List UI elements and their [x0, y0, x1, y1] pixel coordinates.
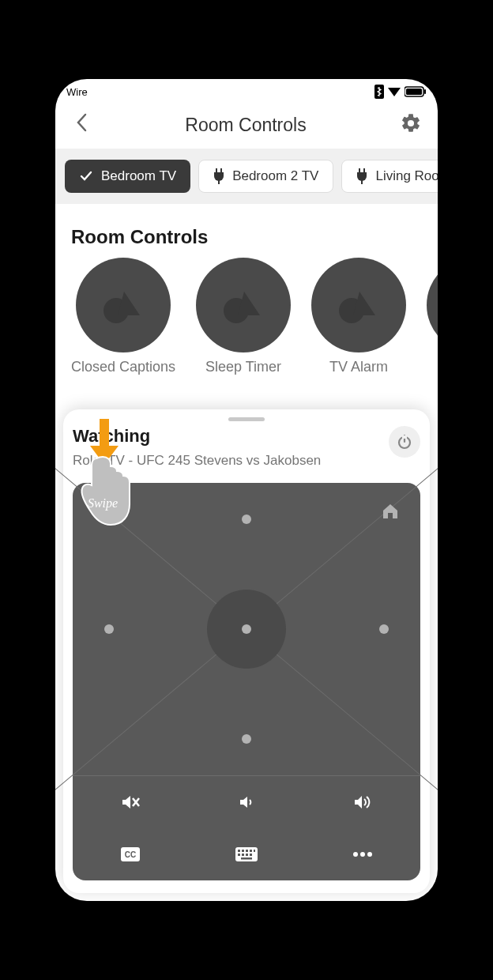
dpad-left[interactable] — [104, 624, 114, 634]
svg-rect-30 — [250, 854, 252, 856]
watching-header: Watching Roku TV - UFC 245 Stevens vs Ja… — [73, 426, 420, 469]
home-icon — [381, 502, 400, 521]
svg-rect-5 — [220, 168, 222, 172]
room-tab-label: Living Room — [375, 168, 438, 184]
control-label: TV Alarm — [329, 359, 388, 375]
svg-rect-3 — [424, 89, 426, 94]
dpad-up[interactable] — [242, 514, 251, 524]
svg-point-32 — [353, 852, 358, 857]
control-label: Closed Captions — [71, 359, 175, 375]
control-closed-captions[interactable]: Closed Captions — [71, 258, 175, 375]
plug-icon — [213, 168, 224, 184]
volume-down-icon — [238, 793, 255, 811]
page-title: Room Controls — [185, 115, 306, 136]
settings-button[interactable] — [400, 112, 422, 138]
room-tabs: Bedroom TV Bedroom 2 TV Living Room — [55, 149, 438, 204]
watching-subtitle: Roku TV - UFC 245 Stevens vs Jakobsen — [73, 453, 321, 469]
svg-rect-4 — [216, 168, 217, 172]
cc-icon: CC — [120, 846, 141, 862]
dpad-select[interactable] — [207, 590, 286, 669]
section-title: Room Controls — [55, 204, 438, 258]
control-circle — [427, 258, 438, 352]
wifi-icon — [387, 86, 401, 97]
svg-point-34 — [367, 852, 372, 857]
more-button[interactable] — [304, 828, 420, 880]
svg-rect-6 — [218, 180, 220, 184]
svg-point-33 — [360, 852, 365, 857]
return-icon — [93, 503, 115, 519]
control-tv-alarm[interactable]: TV Alarm — [311, 258, 406, 375]
keyboard-button[interactable] — [189, 828, 305, 880]
control-more[interactable] — [427, 258, 438, 375]
control-circle — [76, 258, 171, 352]
svg-rect-24 — [246, 850, 248, 852]
control-sleep-timer[interactable]: Sleep Timer — [196, 258, 291, 375]
plug-icon — [356, 168, 367, 184]
svg-text:CC: CC — [125, 850, 136, 859]
room-tab-bedroom-tv[interactable]: Bedroom TV — [65, 160, 190, 193]
bluetooth-icon — [374, 85, 384, 99]
phone-frame: Wire Room Controls Bedroom TV Bedroom 2 … — [55, 79, 438, 901]
cc-button[interactable]: CC — [73, 828, 189, 880]
status-bar: Wire — [55, 79, 438, 101]
dpad-area[interactable] — [73, 483, 420, 775]
remote-row-extras: CC — [73, 828, 420, 880]
nav-bar: Room Controls — [55, 101, 438, 149]
volume-down-button[interactable] — [189, 776, 305, 828]
sheet-handle[interactable] — [228, 417, 265, 421]
gear-icon — [400, 112, 422, 134]
svg-rect-16 — [402, 435, 407, 439]
carrier-label: Wire — [66, 86, 88, 98]
room-tab-bedroom-2-tv[interactable]: Bedroom 2 TV — [198, 160, 333, 193]
center-dot — [242, 624, 251, 634]
svg-rect-2 — [406, 89, 422, 95]
room-tab-label: Bedroom TV — [101, 168, 176, 184]
remote-back-button[interactable] — [93, 503, 115, 522]
volume-up-button[interactable] — [304, 776, 420, 828]
power-icon — [396, 433, 413, 450]
back-button[interactable] — [71, 108, 92, 142]
abstract-icon — [220, 282, 266, 328]
check-icon — [79, 169, 93, 183]
watching-title: Watching — [73, 426, 321, 447]
svg-rect-22 — [238, 850, 240, 852]
keyboard-icon — [235, 846, 258, 862]
svg-rect-31 — [241, 858, 252, 860]
svg-rect-8 — [363, 168, 365, 172]
more-icon — [352, 851, 373, 858]
svg-rect-29 — [246, 854, 248, 856]
remote-button-rows: CC — [73, 775, 420, 880]
dpad-right[interactable] — [379, 624, 389, 634]
svg-rect-25 — [250, 850, 252, 852]
svg-rect-28 — [242, 854, 244, 856]
svg-rect-26 — [254, 850, 255, 852]
control-circle — [196, 258, 291, 352]
mute-icon — [120, 792, 141, 812]
abstract-icon — [100, 282, 146, 328]
remote-row-volume — [73, 776, 420, 828]
controls-row: Closed Captions Sleep Timer TV Alarm — [55, 258, 438, 375]
svg-rect-7 — [359, 168, 360, 172]
dpad-down[interactable] — [242, 734, 251, 744]
remote-pad: CC — [73, 483, 420, 880]
control-label: Sleep Timer — [205, 359, 281, 375]
svg-rect-23 — [242, 850, 244, 852]
remote-sheet: Watching Roku TV - UFC 245 Stevens vs Ja… — [63, 409, 430, 893]
status-icons — [374, 85, 427, 99]
power-button[interactable] — [389, 426, 420, 458]
svg-rect-27 — [238, 854, 240, 856]
battery-icon — [405, 86, 427, 97]
svg-rect-9 — [361, 180, 363, 184]
volume-up-icon — [352, 792, 373, 812]
remote-home-button[interactable] — [381, 502, 400, 524]
room-tab-label: Bedroom 2 TV — [232, 168, 318, 184]
chevron-left-icon — [76, 113, 87, 132]
control-circle — [311, 258, 406, 352]
abstract-icon — [336, 282, 382, 328]
mute-button[interactable] — [73, 776, 189, 828]
room-tab-living-room[interactable]: Living Room — [341, 160, 438, 193]
